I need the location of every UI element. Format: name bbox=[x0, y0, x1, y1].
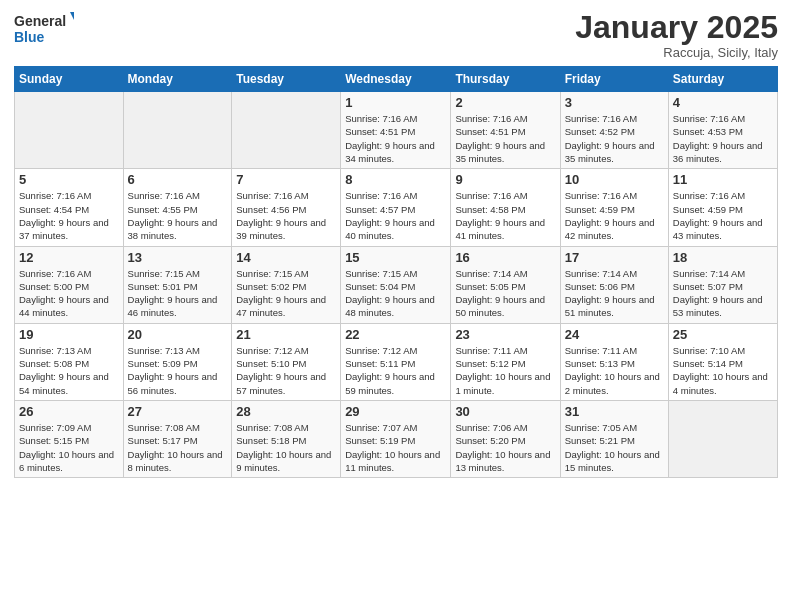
svg-text:Blue: Blue bbox=[14, 29, 45, 45]
day-info: Sunrise: 7:12 AM Sunset: 5:11 PM Dayligh… bbox=[345, 344, 446, 397]
calendar-cell: 28Sunrise: 7:08 AM Sunset: 5:18 PM Dayli… bbox=[232, 400, 341, 477]
calendar-cell: 18Sunrise: 7:14 AM Sunset: 5:07 PM Dayli… bbox=[668, 246, 777, 323]
calendar-cell: 25Sunrise: 7:10 AM Sunset: 5:14 PM Dayli… bbox=[668, 323, 777, 400]
calendar-cell: 9Sunrise: 7:16 AM Sunset: 4:58 PM Daylig… bbox=[451, 169, 560, 246]
calendar-cell: 11Sunrise: 7:16 AM Sunset: 4:59 PM Dayli… bbox=[668, 169, 777, 246]
calendar-cell: 29Sunrise: 7:07 AM Sunset: 5:19 PM Dayli… bbox=[341, 400, 451, 477]
day-number: 16 bbox=[455, 250, 555, 265]
day-number: 11 bbox=[673, 172, 773, 187]
month-title: January 2025 bbox=[575, 10, 778, 45]
day-info: Sunrise: 7:07 AM Sunset: 5:19 PM Dayligh… bbox=[345, 421, 446, 474]
day-number: 30 bbox=[455, 404, 555, 419]
day-info: Sunrise: 7:16 AM Sunset: 4:51 PM Dayligh… bbox=[345, 112, 446, 165]
day-info: Sunrise: 7:05 AM Sunset: 5:21 PM Dayligh… bbox=[565, 421, 664, 474]
day-number: 6 bbox=[128, 172, 228, 187]
week-row-0: 1Sunrise: 7:16 AM Sunset: 4:51 PM Daylig… bbox=[15, 92, 778, 169]
calendar-cell: 20Sunrise: 7:13 AM Sunset: 5:09 PM Dayli… bbox=[123, 323, 232, 400]
day-number: 1 bbox=[345, 95, 446, 110]
day-number: 25 bbox=[673, 327, 773, 342]
day-info: Sunrise: 7:16 AM Sunset: 4:55 PM Dayligh… bbox=[128, 189, 228, 242]
header-friday: Friday bbox=[560, 67, 668, 92]
day-number: 17 bbox=[565, 250, 664, 265]
calendar-cell: 14Sunrise: 7:15 AM Sunset: 5:02 PM Dayli… bbox=[232, 246, 341, 323]
week-row-1: 5Sunrise: 7:16 AM Sunset: 4:54 PM Daylig… bbox=[15, 169, 778, 246]
calendar-cell: 12Sunrise: 7:16 AM Sunset: 5:00 PM Dayli… bbox=[15, 246, 124, 323]
day-info: Sunrise: 7:13 AM Sunset: 5:08 PM Dayligh… bbox=[19, 344, 119, 397]
header-wednesday: Wednesday bbox=[341, 67, 451, 92]
header-thursday: Thursday bbox=[451, 67, 560, 92]
day-info: Sunrise: 7:16 AM Sunset: 4:56 PM Dayligh… bbox=[236, 189, 336, 242]
day-info: Sunrise: 7:16 AM Sunset: 4:57 PM Dayligh… bbox=[345, 189, 446, 242]
day-number: 15 bbox=[345, 250, 446, 265]
day-info: Sunrise: 7:16 AM Sunset: 4:54 PM Dayligh… bbox=[19, 189, 119, 242]
calendar-cell: 5Sunrise: 7:16 AM Sunset: 4:54 PM Daylig… bbox=[15, 169, 124, 246]
day-number: 5 bbox=[19, 172, 119, 187]
day-info: Sunrise: 7:15 AM Sunset: 5:02 PM Dayligh… bbox=[236, 267, 336, 320]
day-info: Sunrise: 7:09 AM Sunset: 5:15 PM Dayligh… bbox=[19, 421, 119, 474]
day-number: 26 bbox=[19, 404, 119, 419]
day-info: Sunrise: 7:12 AM Sunset: 5:10 PM Dayligh… bbox=[236, 344, 336, 397]
day-info: Sunrise: 7:16 AM Sunset: 4:52 PM Dayligh… bbox=[565, 112, 664, 165]
calendar-cell bbox=[668, 400, 777, 477]
header-saturday: Saturday bbox=[668, 67, 777, 92]
calendar-cell: 16Sunrise: 7:14 AM Sunset: 5:05 PM Dayli… bbox=[451, 246, 560, 323]
day-info: Sunrise: 7:11 AM Sunset: 5:13 PM Dayligh… bbox=[565, 344, 664, 397]
calendar-cell: 26Sunrise: 7:09 AM Sunset: 5:15 PM Dayli… bbox=[15, 400, 124, 477]
day-number: 22 bbox=[345, 327, 446, 342]
day-info: Sunrise: 7:16 AM Sunset: 5:00 PM Dayligh… bbox=[19, 267, 119, 320]
calendar-cell bbox=[123, 92, 232, 169]
day-info: Sunrise: 7:10 AM Sunset: 5:14 PM Dayligh… bbox=[673, 344, 773, 397]
calendar-cell: 31Sunrise: 7:05 AM Sunset: 5:21 PM Dayli… bbox=[560, 400, 668, 477]
week-row-4: 26Sunrise: 7:09 AM Sunset: 5:15 PM Dayli… bbox=[15, 400, 778, 477]
header-tuesday: Tuesday bbox=[232, 67, 341, 92]
day-number: 2 bbox=[455, 95, 555, 110]
day-info: Sunrise: 7:06 AM Sunset: 5:20 PM Dayligh… bbox=[455, 421, 555, 474]
day-info: Sunrise: 7:11 AM Sunset: 5:12 PM Dayligh… bbox=[455, 344, 555, 397]
day-info: Sunrise: 7:15 AM Sunset: 5:01 PM Dayligh… bbox=[128, 267, 228, 320]
day-number: 29 bbox=[345, 404, 446, 419]
calendar-cell: 4Sunrise: 7:16 AM Sunset: 4:53 PM Daylig… bbox=[668, 92, 777, 169]
day-info: Sunrise: 7:16 AM Sunset: 4:59 PM Dayligh… bbox=[565, 189, 664, 242]
calendar-cell: 7Sunrise: 7:16 AM Sunset: 4:56 PM Daylig… bbox=[232, 169, 341, 246]
day-number: 31 bbox=[565, 404, 664, 419]
calendar-cell: 30Sunrise: 7:06 AM Sunset: 5:20 PM Dayli… bbox=[451, 400, 560, 477]
header-right: January 2025 Raccuja, Sicily, Italy bbox=[575, 10, 778, 60]
logo: General Blue bbox=[14, 10, 74, 48]
weekday-header-row: Sunday Monday Tuesday Wednesday Thursday… bbox=[15, 67, 778, 92]
calendar-cell: 6Sunrise: 7:16 AM Sunset: 4:55 PM Daylig… bbox=[123, 169, 232, 246]
day-number: 20 bbox=[128, 327, 228, 342]
calendar-cell: 22Sunrise: 7:12 AM Sunset: 5:11 PM Dayli… bbox=[341, 323, 451, 400]
day-number: 4 bbox=[673, 95, 773, 110]
day-info: Sunrise: 7:14 AM Sunset: 5:07 PM Dayligh… bbox=[673, 267, 773, 320]
calendar-cell: 13Sunrise: 7:15 AM Sunset: 5:01 PM Dayli… bbox=[123, 246, 232, 323]
week-row-2: 12Sunrise: 7:16 AM Sunset: 5:00 PM Dayli… bbox=[15, 246, 778, 323]
day-number: 10 bbox=[565, 172, 664, 187]
calendar-cell: 23Sunrise: 7:11 AM Sunset: 5:12 PM Dayli… bbox=[451, 323, 560, 400]
calendar-cell: 15Sunrise: 7:15 AM Sunset: 5:04 PM Dayli… bbox=[341, 246, 451, 323]
calendar: Sunday Monday Tuesday Wednesday Thursday… bbox=[14, 66, 778, 478]
calendar-cell: 19Sunrise: 7:13 AM Sunset: 5:08 PM Dayli… bbox=[15, 323, 124, 400]
day-info: Sunrise: 7:15 AM Sunset: 5:04 PM Dayligh… bbox=[345, 267, 446, 320]
day-info: Sunrise: 7:08 AM Sunset: 5:17 PM Dayligh… bbox=[128, 421, 228, 474]
day-info: Sunrise: 7:14 AM Sunset: 5:06 PM Dayligh… bbox=[565, 267, 664, 320]
logo-icon: General Blue bbox=[14, 10, 74, 48]
day-number: 12 bbox=[19, 250, 119, 265]
day-info: Sunrise: 7:16 AM Sunset: 4:53 PM Dayligh… bbox=[673, 112, 773, 165]
svg-text:General: General bbox=[14, 13, 66, 29]
day-number: 21 bbox=[236, 327, 336, 342]
day-number: 18 bbox=[673, 250, 773, 265]
day-number: 28 bbox=[236, 404, 336, 419]
calendar-cell: 10Sunrise: 7:16 AM Sunset: 4:59 PM Dayli… bbox=[560, 169, 668, 246]
svg-marker-2 bbox=[70, 12, 74, 20]
day-number: 9 bbox=[455, 172, 555, 187]
day-info: Sunrise: 7:14 AM Sunset: 5:05 PM Dayligh… bbox=[455, 267, 555, 320]
header-sunday: Sunday bbox=[15, 67, 124, 92]
day-number: 19 bbox=[19, 327, 119, 342]
calendar-cell bbox=[232, 92, 341, 169]
day-number: 27 bbox=[128, 404, 228, 419]
calendar-cell: 3Sunrise: 7:16 AM Sunset: 4:52 PM Daylig… bbox=[560, 92, 668, 169]
day-info: Sunrise: 7:16 AM Sunset: 4:51 PM Dayligh… bbox=[455, 112, 555, 165]
calendar-cell: 17Sunrise: 7:14 AM Sunset: 5:06 PM Dayli… bbox=[560, 246, 668, 323]
day-info: Sunrise: 7:08 AM Sunset: 5:18 PM Dayligh… bbox=[236, 421, 336, 474]
header: General Blue January 2025 Raccuja, Sicil… bbox=[14, 10, 778, 60]
